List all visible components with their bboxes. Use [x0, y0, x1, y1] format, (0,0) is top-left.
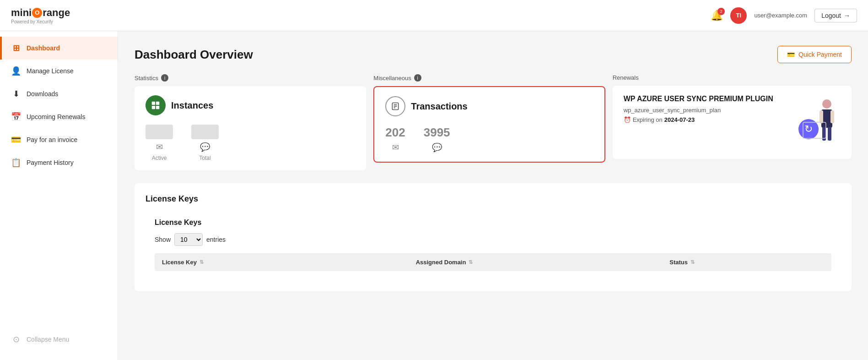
instances-title: Instances	[171, 100, 213, 111]
sidebar-item-pay-invoice[interactable]: 💳 Pay for an invoice	[0, 128, 118, 151]
logout-button[interactable]: Logout →	[814, 9, 857, 22]
dashboard-icon: ⊞	[11, 43, 21, 53]
transactions-icon	[385, 96, 405, 116]
logout-label: Logout	[821, 12, 841, 19]
sidebar-label-downloads: Downloads	[27, 90, 58, 98]
user-avatar[interactable]: TI	[730, 7, 747, 24]
sidebar-item-upcoming-renewals[interactable]: 📅 Upcoming Renewals	[0, 105, 118, 128]
user-email: user@example.com	[754, 12, 807, 19]
bell-badge: 2	[717, 8, 725, 15]
instances-total-label: Total	[199, 155, 210, 161]
downloads-icon: ⬇	[11, 89, 21, 99]
assigned-domain-label: Assigned Domain	[416, 259, 466, 266]
transactions-icon2: 💬	[432, 142, 442, 153]
renewal-plugin-name: WP AZURE USER SYNC PREMIUM PLUGIN	[624, 95, 778, 103]
sidebar-label-manage-license: Manage License	[27, 67, 74, 75]
statistics-column: Statistics i Instances	[135, 74, 373, 170]
show-label: Show	[155, 236, 171, 243]
license-key-label: License Key	[162, 259, 197, 266]
instances-values: ✉ Active 💬 Total	[146, 125, 355, 161]
notification-bell[interactable]: 🔔 2	[711, 10, 723, 22]
table-header-license-key[interactable]: License Key ⇅	[155, 253, 409, 271]
page-title: Dashboard Overview	[135, 48, 253, 62]
quick-payment-label: Quick Payment	[798, 51, 842, 58]
payment-history-icon: 📋	[11, 158, 21, 168]
svg-rect-13	[828, 127, 831, 141]
table-header-assigned-domain[interactable]: Assigned Domain ⇅	[409, 253, 663, 271]
main-layout: ⊞ Dashboard 👤 Manage License ⬇ Downloads…	[0, 31, 868, 360]
transactions-icon1: ✉	[392, 142, 399, 153]
logo-powered-by: Powered by Xecurify	[11, 19, 70, 24]
pay-invoice-icon: 💳	[11, 135, 21, 145]
sidebar-label-payment-history: Payment History	[27, 159, 74, 166]
logo-area: mini O range Powered by Xecurify	[11, 7, 70, 24]
header-right: 🔔 2 TI user@example.com Logout →	[711, 7, 857, 24]
logo-suffix: range	[43, 7, 70, 19]
show-entries-row: Show 10 25 50 100 entries	[155, 233, 831, 246]
expiry-date: 2024-07-23	[664, 116, 695, 123]
table-header-status[interactable]: Status ⇅	[662, 253, 831, 271]
sidebar-item-payment-history[interactable]: 📋 Payment History	[0, 151, 118, 174]
transactions-value2: 3995	[424, 125, 450, 140]
instances-icon	[146, 95, 166, 115]
manage-license-icon: 👤	[11, 66, 21, 76]
transactions-title: Transactions	[411, 101, 467, 112]
sidebar-item-dashboard[interactable]: ⊞ Dashboard	[0, 37, 118, 60]
instances-total-icon: 💬	[200, 142, 210, 152]
status-label: Status	[669, 259, 688, 266]
license-keys-inner: License Keys Show 10 25 50 100 entries L…	[146, 209, 841, 280]
expiry-label: Expiring on	[633, 116, 663, 123]
sidebar-item-manage-license[interactable]: 👤 Manage License	[0, 60, 118, 82]
logo-o-circle: O	[32, 8, 42, 18]
logout-icon: →	[844, 12, 850, 19]
instances-total-value	[191, 125, 219, 139]
logo: mini O range	[11, 7, 70, 19]
instances-total: 💬 Total	[191, 125, 219, 161]
license-keys-outer-section: License Keys License Keys Show 10 25 50 …	[135, 183, 852, 291]
license-key-sort-icon: ⇅	[199, 259, 204, 265]
instances-card: Instances ✉ Active 💬 Total	[135, 86, 366, 170]
header: mini O range Powered by Xecurify 🔔 2 TI …	[0, 0, 868, 31]
assigned-domain-sort-icon: ⇅	[469, 259, 473, 265]
statistics-info-icon: i	[161, 74, 168, 82]
transactions-card-header: Transactions	[385, 96, 593, 116]
renewal-illustration: ↻	[786, 95, 841, 150]
sidebar-bottom: ⊙ Collapse Menu	[0, 328, 118, 360]
credit-card-icon: 💳	[787, 51, 795, 58]
license-keys-section-title: License Keys	[146, 194, 841, 204]
clock-icon: ⏰	[624, 116, 631, 123]
svg-rect-3	[156, 106, 159, 109]
transactions-value2-item: 3995 💬	[424, 125, 450, 153]
miscellaneous-info-icon: i	[414, 74, 421, 82]
svg-rect-11	[830, 110, 834, 123]
renewal-plan: wp_azure_user_sync_premium_plan	[624, 107, 778, 114]
renewal-expiry: ⏰ Expiring on 2024-07-23	[624, 116, 778, 123]
content-header: Dashboard Overview 💳 Quick Payment	[135, 46, 852, 63]
transactions-value1-item: 202 ✉	[385, 125, 405, 153]
sidebar-item-downloads[interactable]: ⬇ Downloads	[0, 82, 118, 105]
renewals-column: Renewals WP AZURE USER SYNC PREMIUM PLUG…	[613, 74, 852, 170]
collapse-icon: ⊙	[11, 334, 21, 344]
table-header: License Key ⇅ Assigned Domain ⇅ Status ⇅	[155, 253, 831, 271]
quick-payment-button[interactable]: 💳 Quick Payment	[777, 46, 852, 63]
renewals-label: Renewals	[613, 74, 852, 81]
logo-prefix: mini	[11, 7, 32, 19]
sidebar-label-upcoming-renewals: Upcoming Renewals	[27, 113, 85, 120]
instances-active: ✉ Active	[146, 125, 173, 161]
status-sort-icon: ⇅	[690, 259, 695, 265]
entries-select[interactable]: 10 25 50 100	[174, 233, 203, 246]
instances-active-icon: ✉	[156, 142, 163, 152]
miscellaneous-column: Miscellaneous i Transacti	[373, 74, 612, 170]
upcoming-renewals-icon: 📅	[11, 112, 21, 122]
svg-rect-10	[819, 110, 823, 123]
svg-text:↻: ↻	[804, 123, 813, 135]
entries-label: entries	[206, 236, 226, 243]
svg-rect-2	[152, 106, 155, 109]
svg-rect-1	[156, 102, 159, 105]
transactions-values: 202 ✉ 3995 💬	[385, 125, 593, 153]
transactions-card: Transactions 202 ✉ 3995 💬	[373, 86, 605, 163]
sidebar-item-collapse[interactable]: ⊙ Collapse Menu	[0, 328, 118, 351]
content-area: Dashboard Overview 💳 Quick Payment Stati…	[118, 31, 868, 360]
sidebar-label-dashboard: Dashboard	[27, 44, 60, 52]
transactions-value1: 202	[385, 125, 405, 140]
